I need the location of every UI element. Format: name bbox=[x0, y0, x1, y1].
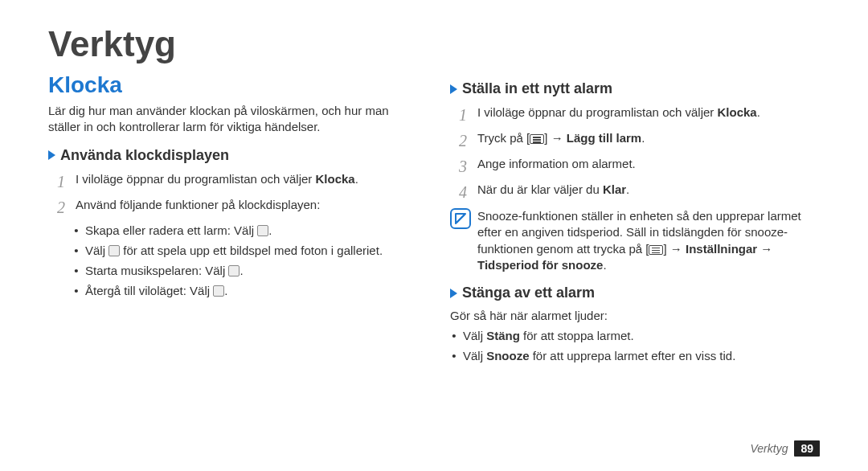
text: → bbox=[757, 242, 772, 256]
note-block: Snooze-funktionen ställer in enheten så … bbox=[450, 208, 820, 273]
page-title: Verktyg bbox=[48, 24, 820, 64]
menu-icon bbox=[530, 134, 544, 144]
alarm-icon bbox=[257, 225, 268, 236]
bold-text: Lägg till larm bbox=[567, 131, 641, 145]
sub-bullets: • Skapa eller radera ett larm: Välj . • … bbox=[72, 222, 418, 299]
text: . bbox=[268, 223, 272, 237]
bullet-body: Välj för att spela upp ett bildspel med … bbox=[85, 242, 418, 259]
step-number: 3 bbox=[455, 155, 471, 178]
step-body: Ange information om alarmet. bbox=[477, 155, 820, 178]
text: Tryck på [ bbox=[477, 131, 530, 145]
chevron-right-icon bbox=[48, 150, 55, 160]
page: Verktyg Klocka Lär dig hur man använder … bbox=[0, 0, 868, 471]
chevron-right-icon bbox=[450, 84, 457, 94]
subheading-text: Ställa in ett nytt alarm bbox=[462, 80, 612, 97]
bullet-body: Välj Snooze för att upprepa larmet efter… bbox=[463, 347, 820, 364]
subheading-klockdisplayen: Använda klockdisplayen bbox=[48, 147, 418, 164]
bold-text: Klocka bbox=[316, 172, 355, 186]
subheading-text: Använda klockdisplayen bbox=[60, 147, 229, 164]
bullet-body: Starta musikspelaren: Välj . bbox=[85, 262, 418, 279]
slideshow-icon bbox=[108, 245, 120, 256]
bold-text: Tidsperiod för snooze bbox=[477, 258, 603, 272]
step-2: 2 Använd följande funktioner på klockdis… bbox=[53, 196, 418, 219]
bullet-dot: • bbox=[72, 222, 80, 239]
right-column: Ställa in ett nytt alarm 1 I viloläge öp… bbox=[450, 72, 820, 455]
music-icon bbox=[228, 265, 240, 276]
text: Välj bbox=[463, 349, 486, 362]
steps-stalla-in-alarm: 1 I viloläge öppnar du programlistan och… bbox=[455, 104, 820, 203]
step-1: 1 I viloläge öppnar du programlistan och… bbox=[53, 170, 418, 193]
step-number: 1 bbox=[455, 104, 471, 126]
chevron-right-icon bbox=[450, 289, 457, 298]
text: . bbox=[626, 182, 629, 196]
text: I viloläge öppnar du programlistan och v… bbox=[76, 172, 316, 186]
text: . bbox=[641, 131, 645, 145]
text: Återgå till viloläget: Välj bbox=[85, 284, 213, 297]
text: för att stoppa larmet. bbox=[520, 329, 634, 342]
step-body: Tryck på [] → Lägg till larm. bbox=[477, 129, 820, 152]
step-4: 4 När du är klar väljer du Klar. bbox=[455, 181, 820, 203]
bullet-body: Skapa eller radera ett larm: Välj . bbox=[85, 222, 418, 239]
turn-off-alarm-intro: Gör så här när alarmet ljuder: bbox=[450, 308, 820, 324]
page-number: 89 bbox=[794, 440, 820, 457]
list-item: • Välj för att spela upp ett bildspel me… bbox=[72, 242, 418, 259]
text: ] → bbox=[544, 131, 567, 145]
bullet-dot: • bbox=[450, 327, 458, 344]
text: . bbox=[224, 284, 227, 297]
list-item: • Välj Snooze för att upprepa larmet eft… bbox=[450, 347, 820, 364]
list-item: • Välj Stäng för att stoppa larmet. bbox=[450, 327, 820, 344]
text: för att upprepa larmet efter en viss tid… bbox=[530, 349, 736, 362]
text: för att spela upp ett bildspel med foton… bbox=[120, 244, 383, 257]
step-number: 2 bbox=[455, 129, 471, 152]
step-body: I viloläge öppnar du programlistan och v… bbox=[477, 104, 820, 126]
subheading-stanga-av-alarm: Stänga av ett alarm bbox=[450, 285, 820, 301]
section-heading-klocka: Klocka bbox=[48, 72, 418, 98]
bold-text: Klocka bbox=[718, 105, 757, 119]
text: ] → bbox=[663, 242, 686, 256]
bullet-body: Återgå till viloläget: Välj . bbox=[85, 282, 418, 299]
bold-text: Snooze bbox=[486, 349, 529, 362]
step-number: 2 bbox=[53, 196, 69, 219]
bullet-dot: • bbox=[450, 347, 458, 364]
text: . bbox=[757, 105, 760, 119]
content-columns: Klocka Lär dig hur man använder klockan … bbox=[48, 72, 820, 455]
steps-klockdisplayen: 1 I viloläge öppnar du programlistan och… bbox=[53, 170, 418, 219]
svg-line-0 bbox=[457, 215, 465, 223]
note-icon bbox=[450, 208, 471, 229]
note-body: Snooze-funktionen ställer in enheten så … bbox=[477, 208, 820, 273]
step-body: I viloläge öppnar du programlistan och v… bbox=[76, 170, 418, 193]
home-icon bbox=[213, 285, 224, 297]
subheading-stalla-in-alarm: Ställa in ett nytt alarm bbox=[450, 80, 820, 97]
text: Skapa eller radera ett larm: Välj bbox=[85, 223, 257, 237]
text: . bbox=[355, 172, 358, 186]
step-number: 4 bbox=[455, 181, 471, 203]
text: Välj bbox=[85, 244, 108, 257]
text: Välj bbox=[463, 329, 486, 342]
text: . bbox=[603, 258, 606, 272]
bullet-body: Välj Stäng för att stoppa larmet. bbox=[463, 327, 820, 344]
bold-text: Klar bbox=[603, 182, 626, 196]
step-body: När du är klar väljer du Klar. bbox=[477, 181, 820, 203]
step-2: 2 Tryck på [] → Lägg till larm. bbox=[455, 129, 820, 152]
menu-icon bbox=[649, 245, 663, 255]
list-item: • Skapa eller radera ett larm: Välj . bbox=[72, 222, 418, 239]
page-footer: Verktyg 89 bbox=[750, 440, 820, 457]
klocka-intro: Lär dig hur man använder klockan på vilo… bbox=[48, 103, 418, 136]
step-body: Använd följande funktioner på klockdispl… bbox=[76, 196, 418, 219]
bullet-dot: • bbox=[72, 242, 80, 259]
bullet-dot: • bbox=[72, 282, 80, 299]
list-item: • Starta musikspelaren: Välj . bbox=[72, 262, 418, 279]
text: . bbox=[240, 264, 243, 277]
subheading-text: Stänga av ett alarm bbox=[462, 285, 595, 301]
step-3: 3 Ange information om alarmet. bbox=[455, 155, 820, 178]
left-column: Klocka Lär dig hur man använder klockan … bbox=[48, 72, 418, 455]
step-number: 1 bbox=[53, 170, 69, 193]
bold-text: Stäng bbox=[486, 329, 520, 342]
bullet-dot: • bbox=[72, 262, 80, 279]
bold-text: Inställningar bbox=[686, 242, 757, 256]
footer-section: Verktyg bbox=[750, 442, 788, 455]
text: I viloläge öppnar du programlistan och v… bbox=[477, 105, 718, 119]
step-1: 1 I viloläge öppnar du programlistan och… bbox=[455, 104, 820, 126]
list-item: • Återgå till viloläget: Välj . bbox=[72, 282, 418, 299]
text: Starta musikspelaren: Välj bbox=[85, 264, 228, 277]
